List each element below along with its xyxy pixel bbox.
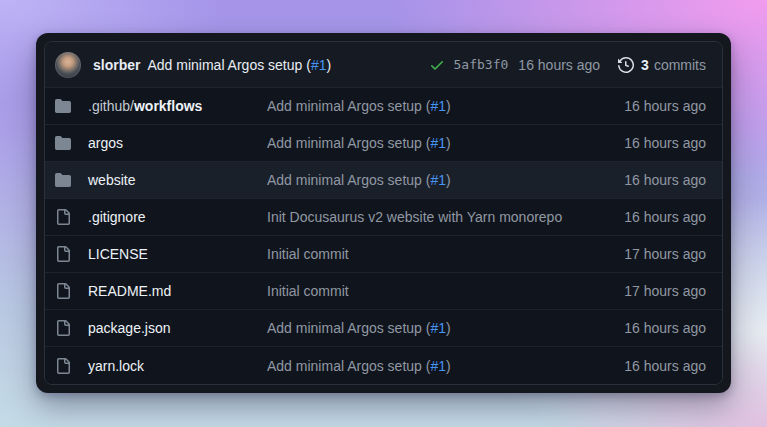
commit-message-cell: Add minimal Argos setup (#1) <box>267 98 586 114</box>
commit-age-cell[interactable]: 16 hours ago <box>586 172 706 188</box>
file-name[interactable]: .gitignore <box>88 209 146 225</box>
table-row: argos Add minimal Argos setup (#1) 16 ho… <box>45 125 722 162</box>
table-row: yarn.lock Add minimal Argos setup (#1) 1… <box>45 347 722 384</box>
repo-file-browser-card: slorber Add minimal Argos setup (#1) 5af… <box>36 33 731 393</box>
file-name-prefix[interactable]: .github/ <box>88 98 134 114</box>
paren-close: ) <box>446 98 451 114</box>
commit-age-cell[interactable]: 16 hours ago <box>586 98 706 114</box>
file-name-cell: package.json <box>55 320 267 336</box>
pr-link[interactable]: #1 <box>311 57 327 73</box>
file-name[interactable]: LICENSE <box>88 246 148 262</box>
folder-icon <box>55 135 71 151</box>
row-commit-message[interactable]: Add minimal Argos setup <box>267 98 426 114</box>
file-icon <box>55 358 71 374</box>
commit-message-cell: Add minimal Argos setup (#1) <box>267 135 586 151</box>
file-table: slorber Add minimal Argos setup (#1) 5af… <box>44 41 723 385</box>
file-name[interactable]: argos <box>88 135 123 151</box>
paren-close: ) <box>446 320 451 336</box>
pr-link[interactable]: #1 <box>430 98 446 114</box>
file-name-cell: yarn.lock <box>55 358 267 374</box>
row-commit-message[interactable]: Add minimal Argos setup <box>267 320 426 336</box>
row-commit-message[interactable]: Add minimal Argos setup <box>267 172 426 188</box>
commit-age-cell[interactable]: 17 hours ago <box>586 283 706 299</box>
file-name[interactable]: workflows <box>134 98 202 114</box>
commit-age: 16 hours ago <box>518 57 600 73</box>
file-table-body: .github/workflows Add minimal Argos setu… <box>45 88 722 384</box>
file-name[interactable]: website <box>88 172 135 188</box>
paren-close: ) <box>326 57 331 73</box>
file-name-cell: .github/workflows <box>55 98 267 114</box>
file-name[interactable]: yarn.lock <box>88 358 144 374</box>
row-pr-wrap: (#1) <box>426 172 451 188</box>
history-icon <box>618 57 634 73</box>
row-pr-wrap: (#1) <box>426 358 451 374</box>
commit-author[interactable]: slorber <box>93 57 140 73</box>
file-name-cell: .gitignore <box>55 209 267 225</box>
paren-close: ) <box>446 358 451 374</box>
table-row: .github/workflows Add minimal Argos setu… <box>45 88 722 125</box>
commit-history-link[interactable]: 3 commits <box>618 57 706 73</box>
folder-icon <box>55 98 71 114</box>
commit-age-cell[interactable]: 16 hours ago <box>586 209 706 225</box>
folder-icon <box>55 172 71 188</box>
row-commit-message[interactable]: Add minimal Argos setup <box>267 358 426 374</box>
commit-age-cell[interactable]: 17 hours ago <box>586 246 706 262</box>
row-pr-wrap: (#1) <box>426 98 451 114</box>
commit-message-cell: Init Docusaurus v2 website with Yarn mon… <box>267 209 586 225</box>
file-name-cell: website <box>55 172 267 188</box>
commit-message-cell: Add minimal Argos setup (#1) <box>267 172 586 188</box>
table-row: LICENSE Initial commit 17 hours ago <box>45 236 722 273</box>
pr-link[interactable]: #1 <box>430 135 446 151</box>
commit-message[interactable]: Add minimal Argos setup (#1) <box>147 57 331 73</box>
row-commit-message[interactable]: Add minimal Argos setup <box>267 135 426 151</box>
paren-close: ) <box>446 172 451 188</box>
check-icon[interactable] <box>429 57 445 73</box>
commit-message-cell: Initial commit <box>267 246 586 262</box>
row-pr-wrap: (#1) <box>426 320 451 336</box>
commits-count: 3 <box>641 57 649 73</box>
commit-message-cell: Initial commit <box>267 283 586 299</box>
pr-link[interactable]: #1 <box>430 320 446 336</box>
row-commit-message[interactable]: Initial commit <box>267 283 349 299</box>
commit-message-cell: Add minimal Argos setup (#1) <box>267 320 586 336</box>
paren-close: ) <box>446 135 451 151</box>
file-icon <box>55 320 71 336</box>
file-name-cell: argos <box>55 135 267 151</box>
commit-meta: 5afb3f0 16 hours ago 3 commits <box>429 57 706 73</box>
file-icon <box>55 246 71 262</box>
avatar[interactable] <box>55 52 81 78</box>
table-row: website Add minimal Argos setup (#1) 16 … <box>45 162 722 199</box>
file-name-cell: LICENSE <box>55 246 267 262</box>
commit-message-cell: Add minimal Argos setup (#1) <box>267 358 586 374</box>
latest-commit-header: slorber Add minimal Argos setup (#1) 5af… <box>45 42 722 88</box>
file-name[interactable]: package.json <box>88 320 171 336</box>
commit-message-text: Add minimal Argos setup <box>147 57 306 73</box>
commit-age-cell[interactable]: 16 hours ago <box>586 358 706 374</box>
commit-age-cell[interactable]: 16 hours ago <box>586 135 706 151</box>
row-commit-message[interactable]: Init Docusaurus v2 website with Yarn mon… <box>267 209 562 225</box>
table-row: README.md Initial commit 17 hours ago <box>45 273 722 310</box>
file-icon <box>55 283 71 299</box>
row-pr-wrap: (#1) <box>426 135 451 151</box>
table-row: package.json Add minimal Argos setup (#1… <box>45 310 722 347</box>
file-icon <box>55 209 71 225</box>
commit-hash[interactable]: 5afb3f0 <box>454 57 509 72</box>
row-commit-message[interactable]: Initial commit <box>267 246 349 262</box>
pr-link[interactable]: #1 <box>430 172 446 188</box>
pr-link[interactable]: #1 <box>430 358 446 374</box>
table-row: .gitignore Init Docusaurus v2 website wi… <box>45 199 722 236</box>
file-name-cell: README.md <box>55 283 267 299</box>
commit-age-cell[interactable]: 16 hours ago <box>586 320 706 336</box>
commits-label: commits <box>654 57 706 73</box>
file-name[interactable]: README.md <box>88 283 171 299</box>
